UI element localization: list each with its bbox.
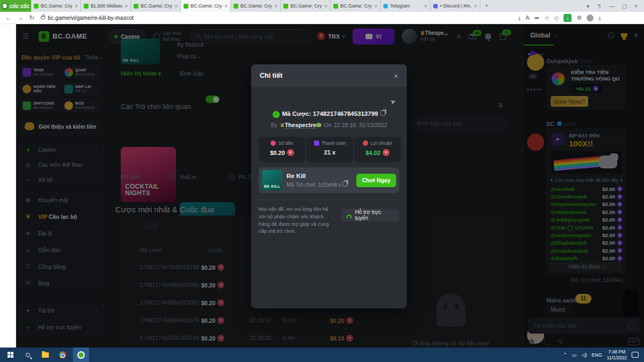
stat-profit: Lợi nhuận $4.02: [354, 137, 401, 162]
language-indicator[interactable]: ENG: [591, 352, 602, 358]
tab-midweek: [84, 4, 89, 9]
bet-datetime: 22:28:18, 31/10/2022: [334, 122, 387, 128]
modal-header: Chi tiết ×: [251, 64, 407, 87]
payout-icon: [314, 141, 319, 146]
game-code: Mã Trò chơi: 1z2xm6:v: [287, 181, 347, 188]
support-text: Mọi vấn đề, xin vui lòng liên hệ với bộ …: [259, 205, 336, 235]
coccoc-taskbar-icon[interactable]: [73, 348, 89, 362]
verified-icon: [273, 111, 280, 118]
tab-close-icon[interactable]: ×: [474, 3, 477, 9]
browser-tab[interactable]: BC.Game: Crypto ×: [31, 0, 81, 12]
windows-taskbar: ⌃ ▭ ◁) ENG 7:48 PM11/1/2022: [0, 348, 644, 362]
taskbar-clock[interactable]: 7:48 PM11/1/2022: [607, 349, 627, 360]
tab-close-icon[interactable]: ×: [125, 3, 128, 9]
file-explorer-icon[interactable]: [39, 348, 52, 362]
bet-details-modal: Chi tiết × ➤ Mã Cược: 174821746784531379…: [251, 64, 407, 308]
download-button[interactable]: ↓: [564, 14, 572, 22]
browser-tab[interactable]: BC.Game: Crypto ×: [231, 0, 281, 12]
tab-bcgame-3: [184, 4, 188, 9]
browser-tab[interactable]: BC.Game: Crypto ×: [281, 0, 331, 12]
browser-tab[interactable]: • Discord | #m... ×: [430, 0, 480, 12]
share-icon[interactable]: ➦: [535, 14, 539, 21]
play-now-button[interactable]: Chơi Ngay: [356, 174, 396, 187]
trx-coin-icon: [383, 149, 390, 156]
tab-telegram: [383, 4, 388, 9]
save-page-icon[interactable]: ⤓: [518, 14, 521, 21]
bet-id-text: Mã Cược: 1748217467845313799: [282, 110, 378, 117]
recent-tabs-icon[interactable]: ↰: [597, 3, 601, 9]
browser-tab[interactable]: BC.Game: Crypto ×: [131, 0, 181, 12]
tab-bcgame-4: [233, 4, 238, 9]
action-center-icon[interactable]: [632, 352, 639, 358]
coccoc-brand[interactable]: cốc cốc: [0, 0, 31, 12]
tab-close-icon[interactable]: ×: [174, 3, 178, 9]
reload-icon[interactable]: ↻: [29, 14, 34, 21]
forward-icon[interactable]: →: [17, 14, 24, 21]
bookmark-star-icon[interactable]: ☆: [544, 14, 550, 21]
tab-bcgame-1: [34, 4, 39, 9]
chrome-icon[interactable]: [56, 348, 69, 362]
modal-support-section: Mọi vấn đề, xin vui lòng liên hệ với bộ …: [259, 200, 399, 235]
headset-icon: [347, 215, 352, 218]
maximize-button[interactable]: ▢: [622, 3, 627, 9]
start-button[interactable]: [4, 348, 17, 362]
modal-close-icon[interactable]: ×: [393, 71, 398, 80]
amount-icon: [270, 141, 276, 146]
volume-icon[interactable]: ◁): [581, 352, 587, 358]
game-name: Re Kill: [287, 173, 347, 179]
minimize-button[interactable]: —: [609, 3, 614, 9]
new-tab-button[interactable]: +: [480, 0, 493, 12]
tab-bcgame-2: [134, 4, 138, 9]
live-support-button[interactable]: Hỗ trợ trực tuyến: [341, 209, 399, 221]
stat-amount: Số tiền $0.20: [259, 137, 305, 162]
frog-emoji: [316, 123, 321, 127]
profit-icon: [363, 141, 368, 146]
url-field[interactable]: bc.game/vi/game/re-kill-by-mascot: [41, 14, 518, 21]
screen: ☰ B BC.GAME ◆ Casino Các mônthể thao Tên…: [0, 0, 644, 362]
translate-icon[interactable]: A: [525, 14, 529, 21]
back-icon[interactable]: ←: [5, 14, 12, 21]
tab-close-icon[interactable]: ×: [75, 3, 78, 9]
browser-tab[interactable]: Telegram ×: [380, 0, 430, 12]
browser-address-bar: ← → ↻ bc.game/vi/game/re-kill-by-mascot …: [0, 12, 644, 24]
coccoc-sidebar: [0, 24, 16, 348]
extensions-icon[interactable]: ⚙: [576, 14, 582, 21]
tab-close-icon[interactable]: ×: [324, 3, 327, 9]
copy-icon[interactable]: [342, 181, 347, 187]
stat-payout: Thanh toán 21 x: [306, 137, 353, 162]
tab-search-icon[interactable]: ▾: [587, 3, 589, 9]
browser-tab[interactable]: $1,500 Midweek ×: [81, 0, 131, 12]
tab-close-icon[interactable]: ×: [274, 3, 277, 9]
tab-bcgame-5: [283, 4, 288, 9]
profile-avatar[interactable]: [587, 14, 594, 21]
lock-icon: [41, 16, 45, 19]
share-icon[interactable]: ➤: [389, 97, 397, 106]
game-thumbnail[interactable]: RE KILL: [262, 170, 282, 190]
coccoc-logo-icon: [2, 3, 8, 9]
tab-close-icon[interactable]: ×: [374, 3, 377, 9]
close-button[interactable]: ×: [634, 3, 638, 9]
tab-discord: [433, 4, 438, 9]
adblock-shield-icon[interactable]: ◇: [554, 14, 559, 21]
downloads-tray-icon[interactable]: ⤓: [598, 14, 601, 21]
tab-close-icon[interactable]: ×: [224, 3, 228, 9]
taskbar-search-icon[interactable]: [21, 348, 34, 362]
tab-close-icon[interactable]: ×: [424, 3, 427, 9]
bettor-name[interactable]: Thespectre: [284, 122, 316, 129]
tab-bcgame-6: [333, 4, 338, 9]
tray-expand-icon[interactable]: ⌃: [563, 352, 567, 358]
browser-tab-bar: cốc cốc BC.Game: Crypto × $1,500 Midweek…: [0, 0, 644, 12]
copy-icon[interactable]: [380, 110, 385, 116]
browser-tab[interactable]: BC.Game: Crypto ×: [181, 0, 231, 12]
network-icon[interactable]: ▭: [572, 352, 577, 358]
browser-tab[interactable]: BC.Game: Crypto ×: [331, 0, 380, 12]
trx-coin-icon: [287, 149, 294, 156]
modal-title: Chi tiết: [260, 72, 282, 79]
modal-game-row: RE KILL Re Kill Mã Trò chơi: 1z2xm6:v Ch…: [259, 167, 399, 193]
